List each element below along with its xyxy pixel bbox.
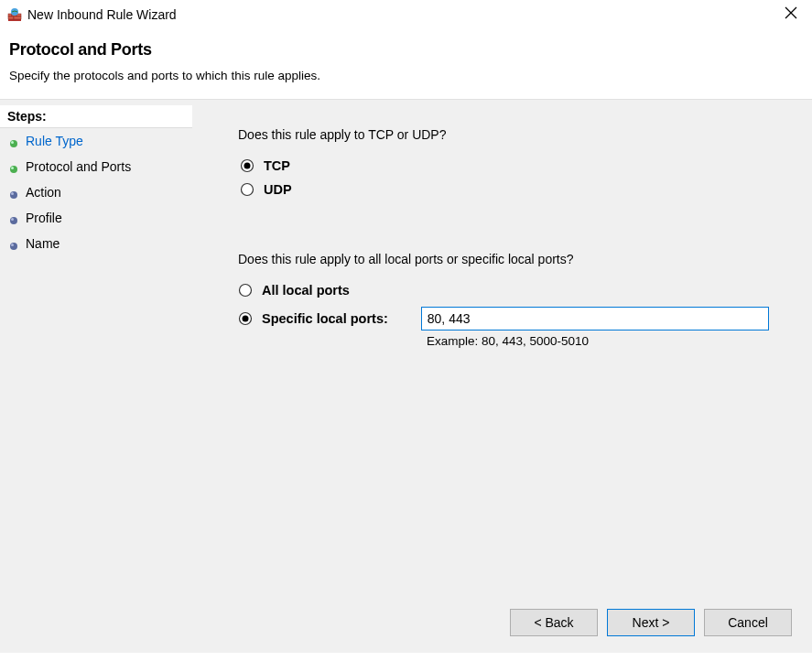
sidebar-item-label: Name [26,236,60,251]
step-bullet-icon [9,213,18,222]
radio-row-all-ports[interactable]: All local ports [238,283,785,298]
svg-rect-4 [8,16,14,19]
main-panel: Does this rule apply to TCP or UDP? TCP … [192,99,812,653]
sidebar-item-label: Profile [26,211,62,225]
svg-point-16 [11,218,14,221]
radio-icon[interactable] [240,182,254,197]
back-button[interactable]: < Back [510,609,598,636]
radio-row-tcp[interactable]: TCP [240,158,785,173]
header: Protocol and Ports Specify the protocols… [0,29,812,99]
page-title: Protocol and Ports [9,40,803,60]
sidebar-item-label: Protocol and Ports [26,159,131,174]
step-bullet-icon [9,188,18,197]
svg-point-10 [11,141,14,144]
sidebar-item-rule-type[interactable]: Rule Type [0,128,192,154]
cancel-button[interactable]: Cancel [704,609,792,636]
ports-radio-group: All local ports Specific local ports: Ex… [238,283,785,348]
question-ports: Does this rule apply to all local ports … [238,252,785,266]
radio-label-udp: UDP [264,182,292,197]
sidebar-item-label: Action [26,185,61,200]
sidebar-item-name[interactable]: Name [0,231,192,256]
svg-point-21 [242,184,254,196]
svg-point-14 [11,192,14,195]
sidebar-item-profile[interactable]: Profile [0,205,192,231]
step-bullet-icon [9,162,18,171]
svg-point-22 [240,285,252,297]
svg-point-12 [11,167,14,169]
svg-rect-5 [14,16,21,19]
sidebar: Steps: Rule Type Protocol and Ports Acti… [0,99,192,653]
question-protocol: Does this rule apply to TCP or UDP? [238,127,785,142]
svg-rect-1 [8,14,12,16]
page-subtitle: Specify the protocols and ports to which… [9,69,803,82]
ports-example-text: Example: 80, 443, 5000-5010 [427,334,785,348]
radio-label-all-ports: All local ports [262,283,350,298]
button-bar: < Back Next > Cancel [510,609,792,636]
sidebar-heading: Steps: [0,105,192,128]
radio-row-specific-ports[interactable]: Specific local ports: [238,311,388,326]
specific-ports-input[interactable] [421,307,769,330]
sidebar-item-protocol-and-ports[interactable]: Protocol and Ports [0,154,192,179]
radio-label-tcp: TCP [264,158,290,173]
svg-point-20 [244,163,251,169]
radio-label-specific-ports: Specific local ports: [262,311,388,326]
next-button[interactable]: Next > [607,609,695,636]
radio-icon[interactable] [238,311,253,326]
body: Steps: Rule Type Protocol and Ports Acti… [0,99,812,653]
protocol-radio-group: TCP UDP [240,158,785,206]
radio-row-udp[interactable]: UDP [240,182,785,197]
radio-icon[interactable] [238,283,253,298]
sidebar-item-action[interactable]: Action [0,179,192,205]
radio-icon[interactable] [240,158,254,173]
svg-point-9 [10,140,17,147]
window-title: New Inbound Rule Wizard [27,7,177,22]
titlebar-left: New Inbound Rule Wizard [7,7,177,22]
step-bullet-icon [9,239,18,248]
svg-point-24 [243,316,249,322]
svg-point-13 [10,191,17,199]
step-bullet-icon [9,136,18,146]
close-icon[interactable] [777,3,805,27]
svg-point-17 [10,243,17,250]
svg-point-15 [10,217,17,224]
titlebar: New Inbound Rule Wizard [0,0,812,29]
svg-point-11 [10,166,17,173]
svg-point-18 [11,244,14,246]
sidebar-item-label: Rule Type [26,134,83,148]
firewall-icon [7,7,22,22]
